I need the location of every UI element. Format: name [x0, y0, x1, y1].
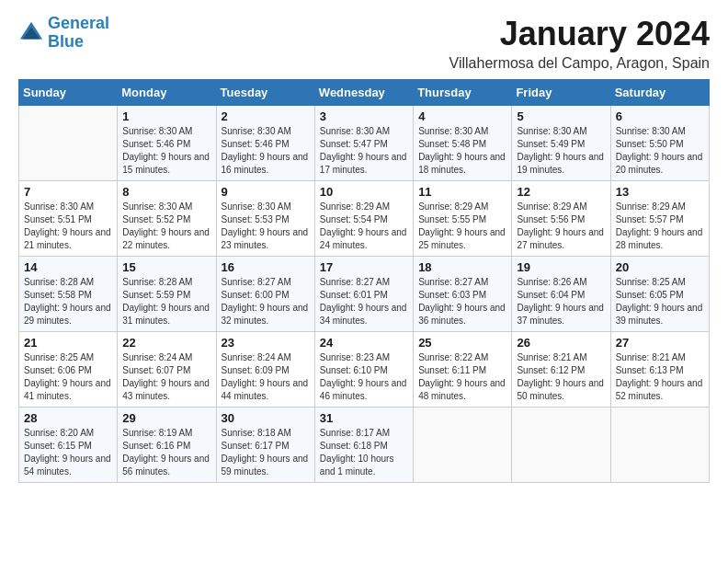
sunrise-text: Sunrise: 8:30 AM: [122, 201, 210, 213]
daylight-text: Daylight: 9 hours and 15 minutes.: [122, 151, 210, 177]
day-info: Sunrise: 8:30 AMSunset: 5:51 PMDaylight:…: [24, 201, 112, 252]
day-cell: 16Sunrise: 8:27 AMSunset: 6:00 PMDayligh…: [216, 257, 314, 332]
day-cell: 25Sunrise: 8:22 AMSunset: 6:11 PMDayligh…: [414, 332, 512, 408]
sunrise-text: Sunrise: 8:27 AM: [418, 276, 506, 289]
sunrise-text: Sunrise: 8:30 AM: [222, 125, 310, 138]
day-info: Sunrise: 8:30 AMSunset: 5:46 PMDaylight:…: [122, 125, 210, 177]
week-row-3: 21Sunrise: 8:25 AMSunset: 6:06 PMDayligh…: [19, 332, 710, 408]
day-cell: 12Sunrise: 8:29 AMSunset: 5:56 PMDayligh…: [512, 181, 610, 257]
day-info: Sunrise: 8:30 AMSunset: 5:49 PMDaylight:…: [517, 125, 605, 177]
daylight-text: Daylight: 9 hours and 48 minutes.: [418, 377, 506, 403]
header: General Blue January 2024 Villahermosa d…: [18, 15, 710, 72]
sunset-text: Sunset: 5:46 PM: [222, 138, 310, 151]
sunset-text: Sunset: 5:52 PM: [122, 213, 210, 226]
day-cell: 27Sunrise: 8:21 AMSunset: 6:13 PMDayligh…: [610, 332, 709, 408]
day-info: Sunrise: 8:20 AMSunset: 6:15 PMDaylight:…: [24, 427, 112, 478]
sunrise-text: Sunrise: 8:17 AM: [320, 427, 408, 440]
day-info: Sunrise: 8:29 AMSunset: 5:55 PMDaylight:…: [418, 201, 506, 252]
day-cell: 17Sunrise: 8:27 AMSunset: 6:01 PMDayligh…: [314, 257, 413, 332]
sunrise-text: Sunrise: 8:30 AM: [122, 125, 210, 138]
sunrise-text: Sunrise: 8:27 AM: [320, 276, 408, 289]
subtitle: Villahermosa del Campo, Aragon, Spain: [449, 55, 710, 72]
header-tuesday: Tuesday: [216, 80, 314, 106]
day-number: 22: [122, 336, 210, 350]
day-cell: [19, 106, 118, 181]
sunset-text: Sunset: 6:10 PM: [320, 364, 408, 377]
sunrise-text: Sunrise: 8:23 AM: [320, 351, 408, 364]
sunrise-text: Sunrise: 8:28 AM: [122, 276, 210, 289]
day-info: Sunrise: 8:19 AMSunset: 6:16 PMDaylight:…: [122, 427, 210, 478]
day-cell: 2Sunrise: 8:30 AMSunset: 5:46 PMDaylight…: [216, 106, 314, 181]
day-cell: [610, 408, 709, 483]
day-info: Sunrise: 8:30 AMSunset: 5:46 PMDaylight:…: [222, 125, 310, 177]
sunrise-text: Sunrise: 8:26 AM: [517, 276, 605, 289]
day-cell: 20Sunrise: 8:25 AMSunset: 6:05 PMDayligh…: [610, 257, 709, 332]
day-info: Sunrise: 8:28 AMSunset: 5:59 PMDaylight:…: [122, 276, 210, 327]
day-number: 29: [122, 411, 210, 425]
day-info: Sunrise: 8:21 AMSunset: 6:13 PMDaylight:…: [616, 351, 704, 403]
sunrise-text: Sunrise: 8:27 AM: [222, 276, 310, 289]
daylight-text: Daylight: 9 hours and 56 minutes.: [122, 453, 210, 478]
title-section: January 2024 Villahermosa del Campo, Ara…: [449, 15, 710, 72]
sunrise-text: Sunrise: 8:30 AM: [24, 201, 112, 213]
day-number: 25: [418, 336, 506, 350]
daylight-text: Daylight: 9 hours and 52 minutes.: [616, 377, 704, 403]
day-cell: 23Sunrise: 8:24 AMSunset: 6:09 PMDayligh…: [216, 332, 314, 408]
calendar-header-row: SundayMondayTuesdayWednesdayThursdayFrid…: [19, 80, 710, 106]
sunset-text: Sunset: 6:03 PM: [418, 289, 506, 302]
daylight-text: Daylight: 9 hours and 19 minutes.: [517, 151, 605, 177]
day-info: Sunrise: 8:29 AMSunset: 5:57 PMDaylight:…: [616, 201, 704, 252]
sunrise-text: Sunrise: 8:30 AM: [517, 125, 605, 138]
week-row-2: 14Sunrise: 8:28 AMSunset: 5:58 PMDayligh…: [19, 257, 710, 332]
daylight-text: Daylight: 9 hours and 22 minutes.: [122, 226, 210, 252]
day-info: Sunrise: 8:27 AMSunset: 6:01 PMDaylight:…: [320, 276, 408, 327]
logo: General Blue: [18, 15, 109, 52]
day-info: Sunrise: 8:22 AMSunset: 6:11 PMDaylight:…: [418, 351, 506, 403]
header-saturday: Saturday: [610, 80, 709, 106]
daylight-text: Daylight: 9 hours and 21 minutes.: [24, 226, 112, 252]
day-cell: [512, 408, 610, 483]
daylight-text: Daylight: 9 hours and 25 minutes.: [418, 226, 506, 252]
sunrise-text: Sunrise: 8:24 AM: [122, 351, 210, 364]
day-cell: 24Sunrise: 8:23 AMSunset: 6:10 PMDayligh…: [314, 332, 413, 408]
day-info: Sunrise: 8:30 AMSunset: 5:53 PMDaylight:…: [222, 201, 310, 252]
day-number: 28: [24, 411, 112, 425]
day-number: 21: [24, 336, 112, 350]
day-number: 10: [320, 185, 408, 199]
daylight-text: Daylight: 9 hours and 31 minutes.: [122, 302, 210, 327]
day-number: 11: [418, 185, 506, 199]
day-info: Sunrise: 8:29 AMSunset: 5:56 PMDaylight:…: [517, 201, 605, 252]
daylight-text: Daylight: 9 hours and 44 minutes.: [222, 377, 310, 403]
day-number: 5: [517, 109, 605, 123]
calendar: SundayMondayTuesdayWednesdayThursdayFrid…: [18, 79, 710, 483]
sunset-text: Sunset: 6:01 PM: [320, 289, 408, 302]
sunset-text: Sunset: 6:06 PM: [24, 364, 112, 377]
day-number: 1: [122, 109, 210, 123]
sunrise-text: Sunrise: 8:30 AM: [418, 125, 506, 138]
sunset-text: Sunset: 6:09 PM: [222, 364, 310, 377]
sunset-text: Sunset: 6:00 PM: [222, 289, 310, 302]
day-info: Sunrise: 8:30 AMSunset: 5:47 PMDaylight:…: [320, 125, 408, 177]
logo-text: General Blue: [48, 15, 109, 52]
day-number: 3: [320, 109, 408, 123]
day-cell: 8Sunrise: 8:30 AMSunset: 5:52 PMDaylight…: [118, 181, 216, 257]
sunset-text: Sunset: 5:56 PM: [517, 213, 605, 226]
day-cell: 18Sunrise: 8:27 AMSunset: 6:03 PMDayligh…: [414, 257, 512, 332]
sunset-text: Sunset: 5:49 PM: [517, 138, 605, 151]
day-number: 8: [122, 185, 210, 199]
day-cell: 7Sunrise: 8:30 AMSunset: 5:51 PMDaylight…: [19, 181, 118, 257]
day-cell: 10Sunrise: 8:29 AMSunset: 5:54 PMDayligh…: [314, 181, 413, 257]
sunset-text: Sunset: 5:58 PM: [24, 289, 112, 302]
day-cell: 31Sunrise: 8:17 AMSunset: 6:18 PMDayligh…: [314, 408, 413, 483]
day-info: Sunrise: 8:17 AMSunset: 6:18 PMDaylight:…: [320, 427, 408, 478]
day-number: 20: [616, 260, 704, 274]
logo-icon: [18, 20, 44, 46]
day-cell: 5Sunrise: 8:30 AMSunset: 5:49 PMDaylight…: [512, 106, 610, 181]
sunset-text: Sunset: 5:57 PM: [616, 213, 704, 226]
daylight-text: Daylight: 9 hours and 16 minutes.: [222, 151, 310, 177]
day-cell: 26Sunrise: 8:21 AMSunset: 6:12 PMDayligh…: [512, 332, 610, 408]
day-info: Sunrise: 8:25 AMSunset: 6:05 PMDaylight:…: [616, 276, 704, 327]
day-info: Sunrise: 8:28 AMSunset: 5:58 PMDaylight:…: [24, 276, 112, 327]
day-number: 13: [616, 185, 704, 199]
sunset-text: Sunset: 6:17 PM: [222, 440, 310, 453]
